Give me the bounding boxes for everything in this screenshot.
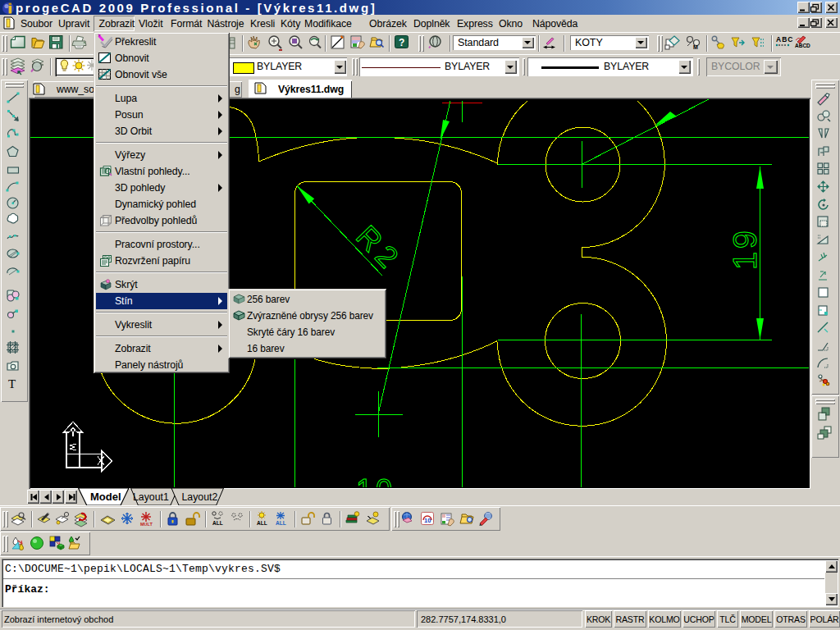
svg-text:ALL: ALL	[257, 520, 267, 526]
svg-text:10: 10	[424, 517, 431, 524]
svg-text:10: 10	[356, 473, 392, 487]
svg-text:ALL: ALL	[276, 520, 286, 526]
svg-text:R2: R2	[349, 219, 404, 274]
svg-text:?: ?	[399, 37, 404, 48]
svg-text:Layout1: Layout1	[133, 491, 169, 503]
svg-text:MULT: MULT	[140, 522, 153, 527]
svg-text:ABC: ABC	[776, 35, 793, 43]
svg-text:T: T	[8, 377, 16, 390]
svg-text:ABCD: ABCD	[795, 43, 810, 48]
svg-text:ALL: ALL	[212, 520, 223, 526]
svg-text:19: 19	[727, 231, 763, 270]
svg-text:M: M	[693, 44, 698, 50]
svg-text:Model: Model	[90, 491, 121, 503]
svg-text:Layout2: Layout2	[182, 491, 218, 503]
